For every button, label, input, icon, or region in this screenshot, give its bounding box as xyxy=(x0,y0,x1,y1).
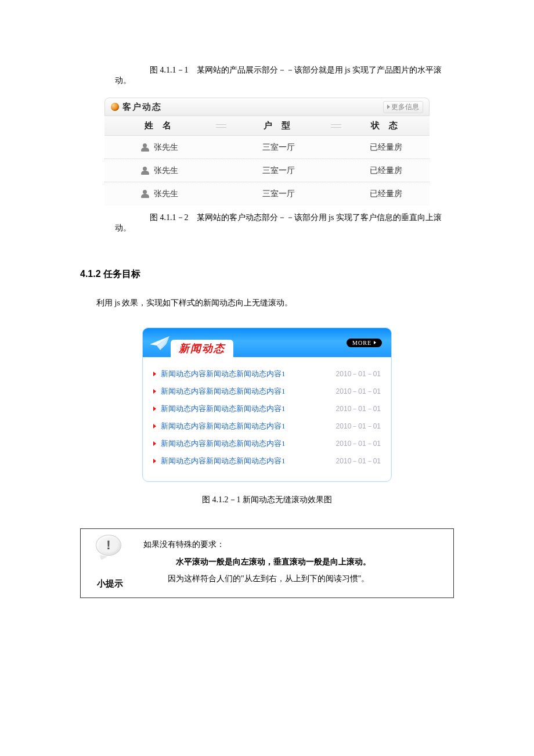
triangle-right-icon xyxy=(153,389,156,394)
news-item-text: 新闻动态内容新闻动态新闻动态内容1 xyxy=(161,386,336,397)
news-panel: 新闻动态 MORE 新闻动态内容新闻动态新闻动态内容12010－01－01新闻动… xyxy=(142,327,392,482)
cell-status: 已经量房 xyxy=(342,142,430,153)
list-item[interactable]: 新闻动态内容新闻动态新闻动态内容12010－01－01 xyxy=(153,452,381,470)
column-header-name: 姓 名 xyxy=(104,120,215,131)
cell-type: 三室一厅 xyxy=(215,142,342,153)
triangle-right-icon xyxy=(153,372,156,376)
cell-name: 张先生 xyxy=(104,165,215,176)
news-item-text: 新闻动态内容新闻动态新闻动态内容1 xyxy=(161,421,336,431)
column-resize-icon[interactable] xyxy=(215,120,228,132)
list-item[interactable]: 新闻动态内容新闻动态新闻动态内容12010－01－01 xyxy=(153,417,381,435)
table-row: 张先生三室一厅已经量房 xyxy=(104,159,430,182)
cell-type: 三室一厅 xyxy=(215,165,342,176)
news-item-date: 2010－01－01 xyxy=(336,404,381,414)
task-paragraph: 利用 js 效果，实现如下样式的新闻动态向上无缝滚动。 xyxy=(80,296,454,310)
figure-caption-1: 图 4.1.1－1 某网站的产品展示部分－－该部分就是用 js 实现了产品图片的… xyxy=(115,65,454,86)
news-item-date: 2010－01－01 xyxy=(336,439,381,449)
cell-name: 张先生 xyxy=(104,142,215,153)
news-item-date: 2010－01－01 xyxy=(336,387,381,397)
tip-line-3: 因为这样符合人们的"从左到右，从上到下的阅读习惯"。 xyxy=(143,570,444,587)
news-item-text: 新闻动态内容新闻动态新闻动态内容1 xyxy=(161,456,336,466)
customer-panel: 客户动态 更多信息 姓 名 户 型 状 态 张先生三室一厅已经量房张先生三室一厅… xyxy=(104,98,430,206)
person-icon xyxy=(141,143,149,152)
column-header-type: 户 型 xyxy=(228,120,330,131)
triangle-right-icon xyxy=(153,406,156,411)
news-panel-header: 新闻动态 MORE xyxy=(143,328,391,357)
news-list: 新闻动态内容新闻动态新闻动态内容12010－01－01新闻动态内容新闻动态新闻动… xyxy=(143,357,391,481)
cell-name-text: 张先生 xyxy=(154,142,178,153)
tip-line-1: 如果没有特殊的要求： xyxy=(143,536,444,553)
person-icon xyxy=(141,167,149,175)
customer-panel-header: 客户动态 更多信息 xyxy=(104,98,430,116)
tip-box-content: 如果没有特殊的要求： 水平滚动一般是向左滚动，垂直滚动一般是向上滚动。 因为这样… xyxy=(139,529,453,597)
cell-status: 已经量房 xyxy=(342,189,430,199)
list-item[interactable]: 新闻动态内容新闻动态新闻动态内容12010－01－01 xyxy=(153,435,381,452)
news-item-date: 2010－01－01 xyxy=(336,422,381,431)
triangle-right-icon xyxy=(153,459,156,463)
news-item-date: 2010－01－01 xyxy=(336,456,381,466)
customer-table-head: 姓 名 户 型 状 态 xyxy=(104,116,430,136)
list-item[interactable]: 新闻动态内容新闻动态新闻动态内容12010－01－01 xyxy=(153,400,381,417)
paper-plane-icon xyxy=(149,334,172,351)
news-title-tab: 新闻动态 xyxy=(171,340,233,357)
table-row: 张先生三室一厅已经量房 xyxy=(104,136,430,159)
bullet-icon xyxy=(111,103,119,111)
figure-caption-2: 图 4.1.1－2 某网站的客户动态部分－－该部分用 js 实现了客户信息的垂直… xyxy=(115,213,454,233)
triangle-right-icon xyxy=(153,424,156,429)
list-item[interactable]: 新闻动态内容新闻动态新闻动态内容12010－01－01 xyxy=(153,365,381,383)
news-item-text: 新闻动态内容新闻动态新闻动态内容1 xyxy=(161,438,336,449)
news-item-date: 2010－01－01 xyxy=(336,369,381,379)
tip-line-2: 水平滚动一般是向左滚动，垂直滚动一般是向上滚动。 xyxy=(143,553,444,570)
cell-status: 已经量房 xyxy=(342,165,430,176)
cell-name-text: 张先生 xyxy=(154,165,178,176)
triangle-right-icon xyxy=(387,105,390,109)
person-icon xyxy=(141,190,149,198)
news-more-label: MORE xyxy=(352,340,371,346)
figure-caption-3: 图 4.1.2－1 新闻动态无缝滚动效果图 xyxy=(80,495,454,505)
column-resize-icon[interactable] xyxy=(330,120,342,132)
cell-name-text: 张先生 xyxy=(154,189,178,199)
more-info-label: 更多信息 xyxy=(391,102,419,112)
table-row: 张先生三室一厅已经量房 xyxy=(104,182,430,206)
customer-panel-title: 客户动态 xyxy=(122,102,162,113)
tip-box-left: ! 小提示 xyxy=(81,529,139,597)
news-more-button[interactable]: MORE xyxy=(347,339,382,347)
triangle-right-icon xyxy=(153,441,156,446)
news-item-text: 新闻动态内容新闻动态新闻动态内容1 xyxy=(161,404,336,414)
news-panel-title: 新闻动态 xyxy=(179,341,225,355)
tip-box: ! 小提示 如果没有特殊的要求： 水平滚动一般是向左滚动，垂直滚动一般是向上滚动… xyxy=(80,528,454,598)
more-info-button[interactable]: 更多信息 xyxy=(383,101,423,113)
cell-type: 三室一厅 xyxy=(215,189,342,199)
section-heading-412: 4.1.2 任务目标 xyxy=(80,268,454,280)
triangle-right-icon xyxy=(374,341,376,344)
list-item[interactable]: 新闻动态内容新闻动态新闻动态内容12010－01－01 xyxy=(153,383,381,400)
news-item-text: 新闻动态内容新闻动态新闻动态内容1 xyxy=(161,369,336,379)
tip-label: 小提示 xyxy=(97,578,123,589)
column-header-status: 状 态 xyxy=(342,120,430,131)
exclamation-bubble-icon: ! xyxy=(96,535,124,559)
cell-name: 张先生 xyxy=(104,189,215,199)
